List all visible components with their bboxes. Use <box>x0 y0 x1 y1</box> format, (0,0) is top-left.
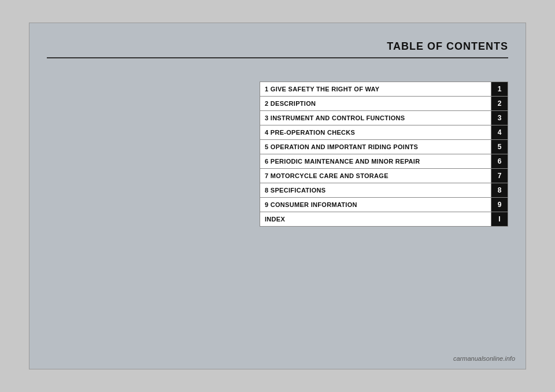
toc-item-label: 3 INSTRUMENT AND CONTROL FUNCTIONS <box>260 111 491 125</box>
toc-item-number: 5 <box>491 140 508 154</box>
toc-row[interactable]: 1 GIVE SAFETY THE RIGHT OF WAY1 <box>260 82 508 96</box>
toc-item-label: 5 OPERATION AND IMPORTANT RIDING POINTS <box>260 140 491 154</box>
toc-row[interactable]: 5 OPERATION AND IMPORTANT RIDING POINTS5 <box>260 139 508 154</box>
toc-item-number: 9 <box>491 198 508 212</box>
toc-item-label: 1 GIVE SAFETY THE RIGHT OF WAY <box>260 82 491 96</box>
watermark: carmanualsonline.info <box>453 355 515 362</box>
toc-row[interactable]: 4 PRE-OPERATION CHECKS4 <box>260 125 508 139</box>
toc-item-label: 4 PRE-OPERATION CHECKS <box>260 125 491 139</box>
toc-item-number: 3 <box>491 111 508 125</box>
toc-row[interactable]: 3 INSTRUMENT AND CONTROL FUNCTIONS3 <box>260 110 508 125</box>
toc-row[interactable]: 8 SPECIFICATIONS8 <box>260 183 508 197</box>
toc-item-label: INDEX <box>260 212 491 226</box>
toc-row[interactable]: INDEXI <box>260 212 508 227</box>
toc-row[interactable]: 6 PERIODIC MAINTENANCE AND MINOR REPAIR6 <box>260 154 508 168</box>
toc-item-number: 7 <box>491 169 508 183</box>
page-container: TABLE OF CONTENTS 1 GIVE SAFETY THE RIGH… <box>29 23 526 369</box>
toc-item-number: 2 <box>491 97 508 110</box>
toc-table: 1 GIVE SAFETY THE RIGHT OF WAY12 DESCRIP… <box>260 82 508 227</box>
header-section: TABLE OF CONTENTS <box>47 40 508 58</box>
toc-item-label: 9 CONSUMER INFORMATION <box>260 198 491 212</box>
toc-item-label: 8 SPECIFICATIONS <box>260 183 491 197</box>
toc-row[interactable]: 9 CONSUMER INFORMATION9 <box>260 197 508 212</box>
toc-row[interactable]: 7 MOTORCYCLE CARE AND STORAGE7 <box>260 168 508 183</box>
toc-row[interactable]: 2 DESCRIPTION2 <box>260 96 508 110</box>
toc-item-number: I <box>491 212 508 226</box>
page-title: TABLE OF CONTENTS <box>387 40 508 52</box>
toc-item-label: 7 MOTORCYCLE CARE AND STORAGE <box>260 169 491 183</box>
toc-item-label: 2 DESCRIPTION <box>260 97 491 110</box>
toc-item-number: 4 <box>491 125 508 139</box>
toc-item-label: 6 PERIODIC MAINTENANCE AND MINOR REPAIR <box>260 154 491 168</box>
content-area: 1 GIVE SAFETY THE RIGHT OF WAY12 DESCRIP… <box>47 82 508 227</box>
toc-item-number: 6 <box>491 154 508 168</box>
toc-item-number: 8 <box>491 183 508 197</box>
toc-item-number: 1 <box>491 82 508 96</box>
